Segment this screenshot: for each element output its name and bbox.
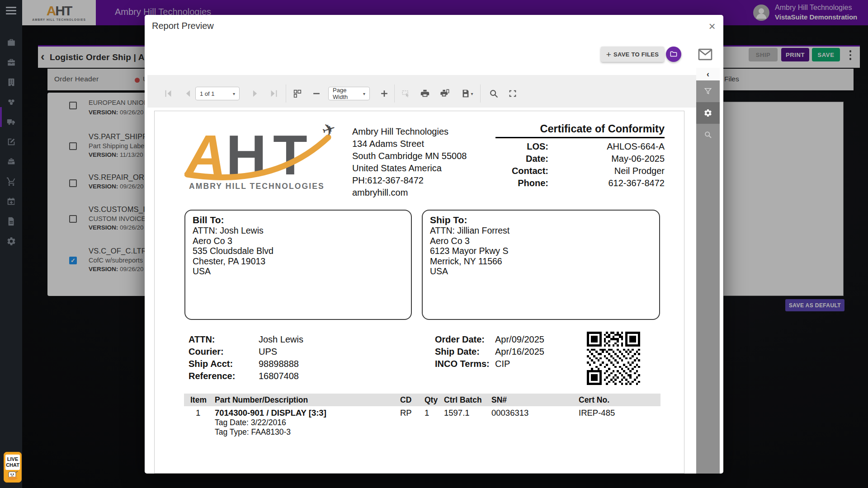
email-report-button[interactable] (698, 48, 712, 61)
bill-to-title: Bill To: (193, 215, 404, 225)
table-cell-tag-date: Tag Date: 3/22/2016 (215, 418, 400, 427)
table-header-cell: SN# (491, 395, 579, 405)
folder-icon (669, 50, 678, 59)
info-row: ATTN:Josh Lewis (189, 333, 303, 346)
table-cell-item: 1 (190, 408, 215, 437)
dialog-title: Report Preview (152, 21, 214, 31)
zoom-mode-dropdown[interactable]: Page Width ▾ (328, 87, 370, 100)
table-cell-qty: 1 (425, 408, 444, 437)
robot-icon (6, 470, 19, 481)
chevron-down-icon: ▾ (233, 91, 235, 96)
company-address2: South Cambridge MN 55008 (352, 150, 467, 162)
table-header-cell: CD (400, 395, 425, 405)
first-page-icon[interactable] (163, 88, 174, 99)
chevron-down-icon: ▾ (471, 91, 473, 96)
panel-rail (696, 145, 720, 474)
info-row: INCO Terms:CIP (435, 358, 544, 370)
items-table-row: 1 7014300-901 / DISPLAY [3:3] Tag Date: … (184, 408, 660, 437)
order-info-block: Order Date:Apr/09/2025 Ship Date:Apr/16/… (435, 333, 544, 370)
close-icon[interactable]: × (704, 19, 720, 34)
ship-to-line: ATTN: Jillian Forrest (430, 225, 652, 236)
search-icon[interactable] (488, 88, 499, 99)
shipment-info-block: ATTN:Josh Lewis Courier:UPS Ship Acct:98… (189, 333, 303, 382)
settings-panel-button[interactable] (696, 102, 720, 124)
filter-panel-button[interactable] (696, 80, 720, 102)
field-value: 98898888 (259, 358, 299, 370)
table-cell-tag-type: Tag Type: FAA8130-3 (215, 427, 400, 437)
text-selection-icon[interactable] (401, 88, 411, 99)
svg-text:✈: ✈ (320, 124, 338, 141)
bill-to-line: USA (193, 266, 404, 277)
document-page: A H T ✈ AMBRY HILL TECHNOLOGIES Ambry Hi… (154, 111, 684, 474)
chevron-left-icon: ‹ (707, 70, 709, 79)
field-label: Order Date: (435, 333, 495, 346)
zoom-in-icon[interactable] (379, 88, 390, 99)
print-icon[interactable] (420, 88, 430, 99)
bill-to-line: Aero Co 3 (193, 236, 404, 246)
gear-icon (703, 108, 712, 117)
export-save-icon[interactable]: ▾ (459, 88, 475, 99)
field-label: Ship Acct: (189, 358, 259, 370)
table-header-cell: Ctrl Batch (444, 395, 491, 405)
company-address-block: Ambry Hill Technologies 134 Adams Street… (352, 126, 467, 199)
svg-text:T: T (273, 124, 307, 181)
info-row: Courier:UPS (189, 346, 303, 358)
field-label: Contact: (495, 165, 548, 177)
table-cell-ctrl-batch: 1597.1 (444, 408, 491, 437)
table-header-cell: Qty (425, 395, 444, 405)
save-to-files-label: SAVE TO FILES (613, 51, 659, 58)
report-side-panel: ‹ (696, 68, 720, 474)
zoom-out-icon[interactable] (311, 88, 322, 99)
toolbar-divider (480, 84, 481, 103)
field-value: 612-367-8472 (548, 177, 665, 189)
mail-icon (698, 48, 712, 61)
save-to-files-button[interactable]: + SAVE TO FILES (601, 47, 664, 62)
field-value: Josh Lewis (259, 333, 303, 346)
ship-to-line: 6123 Mayor Pkwy S (430, 246, 652, 256)
ship-to-line: Aero Co 3 (430, 236, 652, 246)
chevron-down-icon: ▾ (363, 91, 365, 96)
ship-to-box: Ship To: ATTN: Jillian Forrest Aero Co 3… (422, 210, 660, 320)
company-name: Ambry Hill Technologies (352, 126, 467, 138)
certificate-row: Contact:Neil Prodger (495, 165, 665, 177)
table-header-cell: Cert No. (579, 395, 660, 405)
print-current-page-icon[interactable] (439, 88, 450, 99)
table-header-cell: Part Number/Description (215, 395, 400, 405)
toolbar-divider (286, 84, 286, 103)
fullscreen-icon[interactable] (507, 88, 518, 99)
bill-to-line: 535 Cloudsdale Blvd (193, 246, 404, 256)
bill-to-line: ATTN: Josh Lewis (193, 225, 404, 236)
live-chat-widget[interactable]: LIVE CHAT (4, 452, 22, 483)
company-address3: United States America (352, 162, 467, 174)
screen: AHT AMBRY HILL TECHNOLOGIES Ambry Hill T… (0, 0, 868, 488)
next-page-icon[interactable] (250, 88, 260, 99)
save-to-folder-button[interactable] (666, 47, 681, 62)
toolbar-divider (394, 84, 395, 103)
info-row: Ship Date:Apr/16/2025 (435, 346, 544, 358)
filter-icon (703, 87, 712, 96)
field-value: Neil Prodger (548, 165, 665, 177)
field-label: LOS: (495, 141, 548, 153)
qr-code (587, 332, 640, 385)
plus-icon: + (606, 50, 611, 59)
field-label: Phone: (495, 177, 548, 189)
field-label: Reference: (189, 370, 259, 382)
page-number-dropdown[interactable]: 1 of 1 ▾ (195, 87, 240, 100)
collapse-panel-button[interactable]: ‹ (696, 68, 720, 80)
certificate-title: Certificate of Conformity (495, 123, 665, 138)
company-address1: 134 Adams Street (352, 138, 467, 150)
search-icon (703, 130, 712, 139)
field-label: Courier: (189, 346, 259, 358)
zoom-mode: Page Width (333, 87, 359, 100)
previous-page-icon[interactable] (183, 88, 193, 99)
certificate-block: Certificate of Conformity LOS:AHLOS-664-… (495, 123, 665, 189)
field-label: Ship Date: (435, 346, 495, 358)
last-page-icon[interactable] (269, 88, 279, 99)
company-website: ambryhill.com (352, 187, 467, 199)
page-layout-icon[interactable] (292, 88, 303, 99)
ship-to-line: USA (430, 266, 652, 277)
field-value: UPS (259, 346, 277, 358)
field-value: May-06-2025 (548, 153, 665, 165)
live-chat-label: LIVE CHAT (5, 455, 20, 470)
search-panel-button[interactable] (696, 124, 720, 145)
